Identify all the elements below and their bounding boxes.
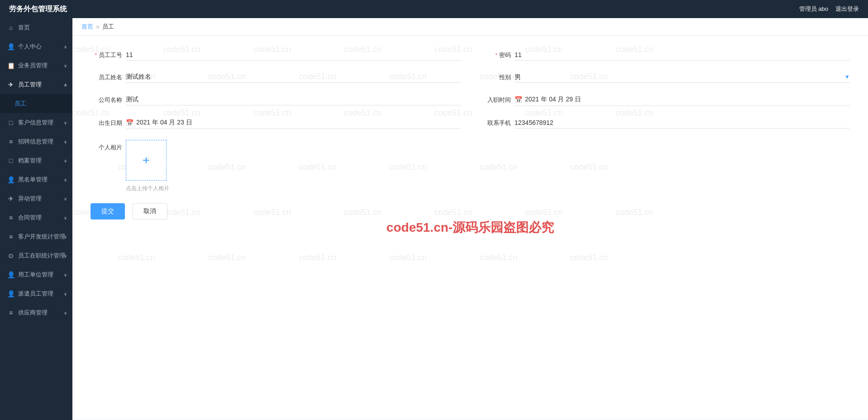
sidebar-item-blacklist[interactable]: 👤 黑名单管理 (0, 170, 72, 189)
wm-37: code51.cn (389, 253, 427, 262)
photo-plus-icon: + (143, 153, 150, 167)
photo-row: 个人相片 + (91, 140, 167, 181)
phone-input[interactable] (515, 117, 850, 129)
sidebar-label-blacklist: 黑名单管理 (18, 176, 48, 184)
breadcrumb-sep: > (96, 24, 100, 30)
sidebar-item-anomaly[interactable]: ✈ 异动管理 (0, 189, 72, 208)
sidebar-item-customer-dev[interactable]: ≡ 客户开发统计管理 (0, 227, 72, 246)
archive-icon: □ (7, 157, 14, 164)
wm-38: code51.cn (480, 253, 517, 262)
anomaly-icon: ✈ (7, 195, 14, 202)
sidebar-item-employee-stat[interactable]: ⊙ 员工在职统计管理 (0, 246, 72, 265)
wm-34: code51.cn (118, 253, 155, 262)
sidebar-label-home: 首页 (18, 24, 30, 32)
sidebar-label-customer: 客户信息管理 (18, 119, 53, 127)
sidebar-sub-employee: 员工 (0, 94, 72, 113)
customer-icon: □ (7, 119, 14, 126)
field-gender: 性别 男 女 ▼ (479, 72, 850, 83)
sidebar-item-employer[interactable]: 👤 用工单位管理 (0, 265, 72, 284)
sidebar-label-archive: 档案管理 (18, 157, 42, 165)
sidebar-label-recruit: 招聘信息管理 (18, 138, 53, 146)
birth-date-label: 出生日期 (91, 119, 122, 127)
sidebar-item-supplier[interactable]: ≡ 供应商管理 (0, 303, 72, 322)
sidebar-item-customer[interactable]: □ 客户信息管理 (0, 113, 72, 132)
customer-dev-icon: ≡ (7, 233, 14, 240)
phone-label: 联系手机 (479, 119, 511, 127)
sidebar-label-business: 业务员管理 (18, 62, 48, 70)
field-name: 员工姓名 (91, 72, 461, 83)
sidebar: ⌂ 首页 👤 个人中心 📋 业务员管理 ✈ 员工管理 员工 □ 客户信息管理 (0, 18, 72, 420)
blacklist-icon: 👤 (7, 176, 14, 183)
join-date-picker[interactable]: 📅 2021 年 04 月 29 日 (515, 94, 850, 106)
sidebar-item-archive[interactable]: □ 档案管理 (0, 151, 72, 170)
sidebar-label-supplier: 供应商管理 (18, 309, 48, 317)
breadcrumb: 首页 > 员工 (72, 18, 868, 36)
gender-select-wrapper: 男 女 ▼ (515, 72, 850, 83)
sidebar-label-employee-list: 员工 (14, 100, 26, 108)
employee-icon: ✈ (7, 81, 14, 88)
password-label: 密码 (479, 51, 511, 59)
photo-upload-box[interactable]: + (126, 140, 167, 181)
form-row-2: 员工姓名 性别 男 女 ▼ (91, 72, 850, 83)
contract-icon: ≡ (7, 214, 14, 221)
sidebar-label-employee: 员工管理 (18, 81, 42, 89)
form-area: code51.cn code51.cn code51.cn code51.cn … (72, 36, 868, 420)
company-label: 公司名称 (91, 96, 122, 104)
layout: ⌂ 首页 👤 个人中心 📋 业务员管理 ✈ 员工管理 员工 □ 客户信息管理 (0, 18, 868, 420)
breadcrumb-current: 员工 (102, 23, 114, 31)
password-input[interactable] (515, 49, 850, 61)
photo-hint-text: 点击上传个人相片 (126, 185, 169, 191)
sidebar-item-recruit[interactable]: ≡ 招聘信息管理 (0, 132, 72, 151)
sidebar-item-employee-list[interactable]: 员工 (0, 94, 72, 113)
field-employee-id: 员工工号 (91, 49, 461, 61)
field-password: 密码 (479, 49, 850, 61)
sidebar-label-contract: 合同管理 (18, 214, 42, 222)
sidebar-item-business[interactable]: 📋 业务员管理 (0, 56, 72, 75)
field-phone: 联系手机 (479, 117, 850, 129)
sidebar-item-dispatch[interactable]: 👤 派遣员工管理 (0, 284, 72, 303)
name-input[interactable] (126, 72, 461, 83)
main-content: 首页 > 员工 code51.cn code51.cn code51.cn co… (72, 18, 868, 420)
sidebar-item-contract[interactable]: ≡ 合同管理 (0, 208, 72, 227)
app-title: 劳务外包管理系统 (9, 5, 67, 14)
birth-date-picker[interactable]: 📅 2021 年 04 月 23 日 (126, 117, 461, 129)
birth-date-calendar-icon: 📅 (126, 119, 134, 126)
home-icon: ⌂ (7, 24, 14, 31)
supplier-icon: ≡ (7, 309, 14, 316)
wm-36: code51.cn (299, 253, 336, 262)
form-row-4: 出生日期 📅 2021 年 04 月 23 日 联系手机 (91, 117, 850, 129)
logout-button[interactable]: 退出登录 (835, 5, 859, 13)
sidebar-label-customer-dev: 客户开发统计管理 (18, 233, 65, 241)
gender-select[interactable]: 男 女 (515, 73, 844, 81)
sidebar-label-dispatch: 派遣员工管理 (18, 290, 53, 298)
sidebar-item-home[interactable]: ⌂ 首页 (0, 18, 72, 37)
name-label: 员工姓名 (91, 73, 122, 81)
business-icon: 📋 (7, 62, 14, 69)
gender-label: 性别 (479, 73, 511, 81)
personal-icon: 👤 (7, 43, 14, 50)
photo-label: 个人相片 (91, 140, 122, 152)
birth-date-value: 2021 年 04 月 23 日 (136, 119, 192, 127)
form-row-3: 公司名称 入职时间 📅 2021 年 04 月 29 日 (91, 94, 850, 106)
cancel-button[interactable]: 取消 (132, 203, 167, 220)
photo-hint-wrapper: 点击上传个人相片 (126, 184, 169, 192)
wm-39: code51.cn (570, 253, 608, 262)
sidebar-label-employee-stat: 员工在职统计管理 (18, 252, 65, 260)
employee-id-label: 员工工号 (91, 51, 122, 59)
join-date-calendar-icon: 📅 (515, 96, 522, 103)
photo-section: 个人相片 + 点击上传个人相片 (91, 140, 850, 192)
top-header: 劳务外包管理系统 管理员 abo 退出登录 (0, 0, 868, 18)
company-input[interactable] (126, 94, 461, 105)
user-area: 管理员 abo 退出登录 (799, 5, 859, 13)
field-company: 公司名称 (91, 94, 461, 105)
form-row-1: 员工工号 密码 (91, 49, 850, 61)
sidebar-item-personal[interactable]: 👤 个人中心 (0, 37, 72, 56)
employee-id-input[interactable] (126, 49, 461, 61)
submit-button[interactable]: 提交 (91, 203, 125, 220)
sidebar-item-employee[interactable]: ✈ 员工管理 (0, 75, 72, 94)
field-join-date: 入职时间 📅 2021 年 04 月 29 日 (479, 94, 850, 106)
dispatch-icon: 👤 (7, 290, 14, 297)
sidebar-label-employer: 用工单位管理 (18, 271, 53, 279)
watermark-copyright: code51.cn-源码乐园盗图必究 (386, 219, 554, 236)
breadcrumb-home[interactable]: 首页 (81, 23, 93, 31)
